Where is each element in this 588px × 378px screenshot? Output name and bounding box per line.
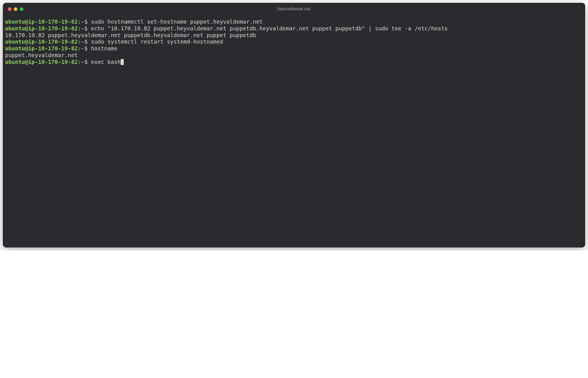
prompt-path: ~ — [81, 45, 84, 52]
prompt-separator: : — [78, 39, 81, 45]
command-text: exec bash — [91, 59, 121, 65]
maximize-icon[interactable] — [20, 7, 23, 11]
terminal-line: ubuntu@ip-10-170-19-82:~$ hostname — [5, 45, 583, 52]
prompt-user: ubuntu@ip-10-170-19-82 — [5, 59, 78, 65]
prompt-separator: : — [78, 59, 81, 65]
traffic-lights — [3, 7, 23, 11]
prompt-dollar: $ — [84, 19, 91, 25]
terminal-line: ubuntu@ip-10-170-19-82:~$ sudo hostnamec… — [5, 19, 583, 25]
terminal-line: ubuntu@ip-10-170-19-82:~$ echo "10.170.1… — [5, 25, 583, 32]
prompt-user: ubuntu@ip-10-170-19-82 — [5, 45, 78, 52]
cursor-icon — [121, 59, 124, 65]
prompt-dollar: $ — [84, 45, 91, 52]
output-line: 10.170.19.82 puppet.heyvaldemar.net pupp… — [5, 32, 583, 39]
terminal-body[interactable]: ubuntu@ip-10-170-19-82:~$ sudo hostnamec… — [3, 15, 585, 248]
prompt-path: ~ — [81, 59, 84, 65]
prompt-dollar: $ — [84, 39, 91, 45]
prompt-separator: : — [78, 25, 81, 32]
minimize-icon[interactable] — [14, 7, 17, 11]
prompt-user: ubuntu@ip-10-170-19-82 — [5, 39, 78, 45]
title-bar: heyvaldemar.net — [3, 3, 585, 15]
command-text: sudo systemctl restart systemd-hostnamed — [91, 39, 223, 45]
window-title: heyvaldemar.net — [277, 6, 310, 12]
prompt-dollar: $ — [84, 25, 91, 32]
prompt-separator: : — [78, 19, 81, 25]
prompt-dollar: $ — [84, 59, 91, 65]
prompt-separator: : — [78, 45, 81, 52]
terminal-line: ubuntu@ip-10-170-19-82:~$ exec bash — [5, 59, 583, 66]
terminal-line: ubuntu@ip-10-170-19-82:~$ sudo systemctl… — [5, 39, 583, 45]
close-icon[interactable] — [8, 7, 12, 11]
command-text: echo "10.170.19.82 puppet.heyvaldemar.ne… — [91, 25, 448, 32]
command-text: hostname — [91, 45, 117, 52]
prompt-path: ~ — [81, 19, 84, 25]
terminal-window: heyvaldemar.net ubuntu@ip-10-170-19-82:~… — [3, 3, 585, 248]
prompt-user: ubuntu@ip-10-170-19-82 — [5, 19, 78, 25]
prompt-path: ~ — [81, 39, 84, 45]
output-line: puppet.heyvaldemar.net — [5, 52, 583, 59]
command-text: sudo hostnamectl set-hostname puppet.hey… — [91, 19, 262, 25]
prompt-path: ~ — [81, 25, 84, 32]
prompt-user: ubuntu@ip-10-170-19-82 — [5, 25, 78, 32]
